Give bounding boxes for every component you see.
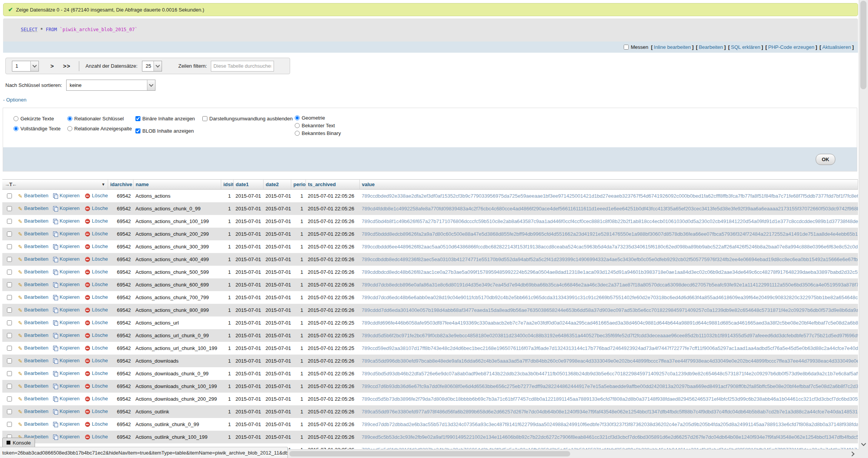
row-select-checkbox[interactable] xyxy=(7,282,12,287)
row-select-checkbox[interactable] xyxy=(7,346,12,351)
row-select-checkbox[interactable] xyxy=(7,384,12,389)
row-edit-link[interactable]: Bearbeiten xyxy=(24,421,48,427)
row-delete-link[interactable]: Löschen xyxy=(92,396,108,401)
row-select-checkbox[interactable] xyxy=(7,358,12,363)
row-delete-link[interactable]: Löschen xyxy=(92,243,108,249)
tools-link[interactable]: Bearbeiten xyxy=(699,44,723,50)
column-header-name[interactable]: name xyxy=(133,180,221,190)
row-copy-link[interactable]: Kopieren xyxy=(60,421,80,427)
row-copy-link[interactable]: Kopieren xyxy=(60,294,80,300)
rows-count-select[interactable]: 25 xyxy=(142,61,162,72)
row-select-checkbox[interactable] xyxy=(7,308,12,313)
row-delete-link[interactable]: Löschen xyxy=(92,358,108,363)
row-delete-link[interactable]: Löschen xyxy=(92,256,108,262)
checkbox[interactable] xyxy=(135,128,140,133)
sql-select-keyword[interactable]: SELECT xyxy=(21,27,37,32)
row-copy-link[interactable]: Kopieren xyxy=(60,269,80,275)
radio[interactable] xyxy=(13,126,18,131)
row-delete-link[interactable]: Löschen xyxy=(92,370,108,376)
row-copy-link[interactable]: Kopieren xyxy=(60,256,80,262)
row-select-checkbox[interactable] xyxy=(7,193,12,198)
row-delete-link[interactable]: Löschen xyxy=(92,434,108,440)
row-edit-link[interactable]: Bearbeiten xyxy=(24,396,48,401)
row-copy-link[interactable]: Kopieren xyxy=(60,193,80,198)
row-select-checkbox[interactable] xyxy=(7,396,12,401)
row-copy-link[interactable]: Kopieren xyxy=(60,408,80,414)
vertical-scrollbar[interactable] xyxy=(859,0,868,449)
row-copy-link[interactable]: Kopieren xyxy=(60,383,80,389)
row-copy-link[interactable]: Kopieren xyxy=(60,205,80,211)
row-select-checkbox[interactable] xyxy=(7,422,12,427)
scroll-down-button[interactable] xyxy=(859,439,868,449)
ok-button[interactable]: OK xyxy=(816,154,835,165)
tools-link[interactable]: SQL erklären xyxy=(731,44,760,50)
row-delete-link[interactable]: Löschen xyxy=(92,383,108,389)
row-edit-link[interactable]: Bearbeiten xyxy=(24,345,48,351)
scroll-right-button[interactable] xyxy=(848,450,857,458)
horizontal-scrollbar-thumb[interactable] xyxy=(289,451,570,456)
row-select-checkbox[interactable] xyxy=(7,333,12,338)
checkbox[interactable] xyxy=(135,116,140,121)
row-edit-link[interactable]: Bearbeiten xyxy=(24,231,48,236)
row-delete-link[interactable]: Löschen xyxy=(92,269,108,275)
row-delete-link[interactable]: Löschen xyxy=(92,408,108,414)
row-edit-link[interactable]: Bearbeiten xyxy=(24,193,48,198)
option-bekanntes-binary[interactable]: Bekanntes Binary xyxy=(295,130,341,136)
next-page-button[interactable]: > xyxy=(50,63,54,69)
row-copy-link[interactable]: Kopieren xyxy=(60,434,80,440)
row-copy-link[interactable]: Kopieren xyxy=(60,281,80,287)
row-delete-link[interactable]: Löschen xyxy=(92,421,108,427)
option-geometrie[interactable]: Geometrie xyxy=(295,115,325,121)
row-delete-link[interactable]: Löschen xyxy=(92,320,108,325)
row-edit-link[interactable]: Bearbeiten xyxy=(24,294,48,300)
vertical-scrollbar-thumb[interactable] xyxy=(860,1,866,89)
radio[interactable] xyxy=(67,126,72,131)
row-select-checkbox[interactable] xyxy=(7,320,12,325)
row-copy-link[interactable]: Kopieren xyxy=(60,320,80,325)
row-delete-link[interactable]: Löschen xyxy=(92,307,108,313)
chevron-down-icon[interactable] xyxy=(30,61,38,71)
row-edit-link[interactable]: Bearbeiten xyxy=(24,408,48,414)
column-header-period[interactable]: period xyxy=(291,180,305,190)
options-toggle-link[interactable]: - Optionen xyxy=(3,97,27,103)
column-header-date2[interactable]: date2 xyxy=(263,180,291,190)
row-select-checkbox[interactable] xyxy=(7,231,12,236)
option-vollstaendige-texte[interactable]: Vollständige Texte xyxy=(13,126,61,132)
row-copy-link[interactable]: Kopieren xyxy=(60,243,80,249)
column-header-idsite[interactable]: idsite xyxy=(221,180,233,190)
chevron-down-icon[interactable] xyxy=(154,61,162,71)
row-delete-link[interactable]: Löschen xyxy=(92,294,108,300)
row-copy-link[interactable]: Kopieren xyxy=(60,218,80,224)
row-select-checkbox[interactable] xyxy=(7,219,12,224)
column-options-header[interactable]: →T←▼ xyxy=(2,180,108,190)
column-header-date1[interactable]: date1 xyxy=(233,180,263,190)
row-copy-link[interactable]: Kopieren xyxy=(60,332,80,338)
row-select-checkbox[interactable] xyxy=(7,295,12,300)
tools-link[interactable]: Inline bearbeiten xyxy=(654,44,691,50)
row-copy-link[interactable]: Kopieren xyxy=(60,396,80,401)
row-select-checkbox[interactable] xyxy=(7,206,12,211)
tools-link[interactable]: Aktualisieren xyxy=(822,44,851,50)
option-blob-inhalte[interactable]: BLOB Inhalte anzeigen xyxy=(135,128,194,134)
row-delete-link[interactable]: Löschen xyxy=(92,332,108,338)
row-edit-link[interactable]: Bearbeiten xyxy=(24,243,48,249)
row-delete-link[interactable]: Löschen xyxy=(92,218,108,224)
option-relationale-anzeigespalte[interactable]: Relationale Anzeigespalte xyxy=(67,126,132,132)
row-delete-link[interactable]: Löschen xyxy=(92,281,108,287)
row-edit-link[interactable]: Bearbeiten xyxy=(24,383,48,389)
row-copy-link[interactable]: Kopieren xyxy=(60,370,80,376)
row-select-checkbox[interactable] xyxy=(7,371,12,376)
option-darstellungsumwandlung[interactable]: Darstellungsumwandlung ausblenden xyxy=(202,116,293,122)
row-delete-link[interactable]: Löschen xyxy=(92,231,108,236)
row-edit-link[interactable]: Bearbeiten xyxy=(24,218,48,224)
row-copy-link[interactable]: Kopieren xyxy=(60,345,80,351)
column-header-value[interactable]: value xyxy=(359,180,858,190)
radio[interactable] xyxy=(295,123,300,128)
last-page-button[interactable]: >> xyxy=(63,63,71,69)
option-gekuerzte-texte[interactable]: Gekürzte Texte xyxy=(13,116,54,122)
profiling-checkbox[interactable] xyxy=(624,45,629,50)
row-edit-link[interactable]: Bearbeiten xyxy=(24,256,48,262)
row-delete-link[interactable]: Löschen xyxy=(92,205,108,211)
chevron-down-icon[interactable] xyxy=(147,80,155,90)
filter-input[interactable] xyxy=(211,61,274,72)
